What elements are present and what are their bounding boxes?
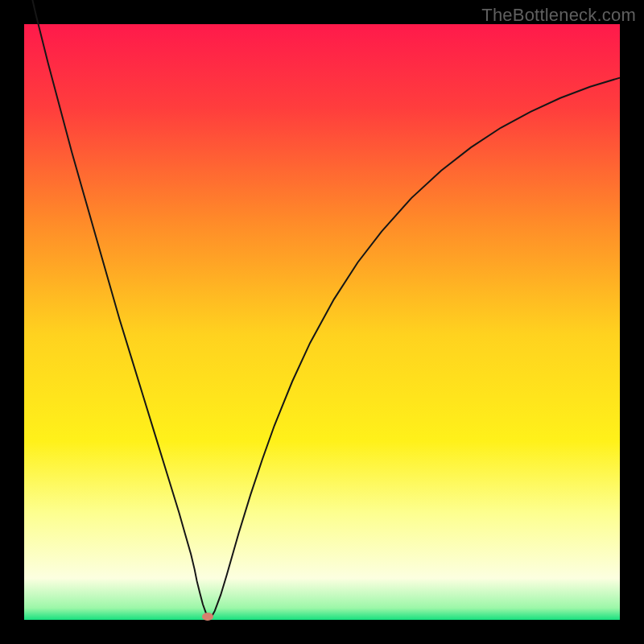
plot-area	[24, 24, 620, 620]
watermark-text: TheBottleneck.com	[481, 5, 636, 26]
bottleneck-curve	[24, 24, 620, 620]
chart-frame: TheBottleneck.com	[0, 0, 644, 644]
